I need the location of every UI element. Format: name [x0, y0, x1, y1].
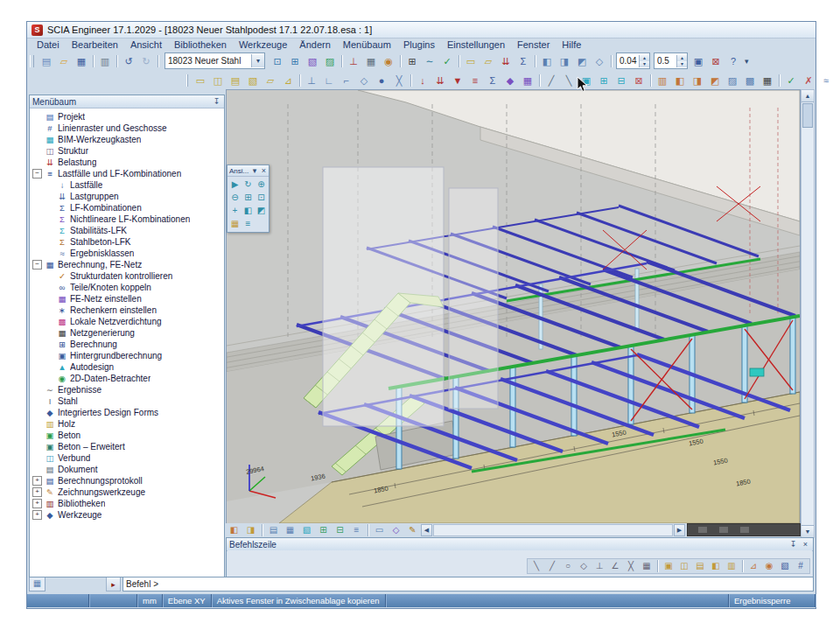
view-z-icon[interactable]: ◩: [574, 53, 590, 69]
tree-item-autodesign[interactable]: ▲Autodesign: [30, 361, 224, 373]
menu-einstellungen[interactable]: Einstellungen: [441, 39, 511, 50]
cross-link-icon[interactable]: ╳: [391, 73, 407, 88]
status-unit[interactable]: mm: [137, 594, 163, 607]
view-params-icon[interactable]: ▭: [372, 523, 387, 537]
view-palette[interactable]: Ansi... ▾ × ▶↻⊕⊖⊞⊡+◧◩▦≡: [227, 164, 270, 233]
prompt-icon[interactable]: ▸: [106, 577, 121, 592]
show-surfaces-icon[interactable]: ▤: [266, 523, 281, 537]
visibility-y-icon[interactable]: ◨: [690, 73, 705, 88]
tree-item-lokale-netzverdichtung[interactable]: ▩Lokale Netzverdichtung: [30, 316, 224, 327]
zoom-window-icon[interactable]: ⊞: [287, 53, 303, 69]
polar-track-icon[interactable]: ⊿: [746, 559, 760, 573]
snap-mode-icon[interactable]: ◉: [381, 53, 396, 69]
layer-filter-icon[interactable]: ⊟: [613, 73, 629, 88]
plane-xz-icon[interactable]: ◧: [709, 559, 723, 573]
menu-aendern[interactable]: Ändern: [293, 39, 336, 50]
tree-item-strukturdaten-kontrollieren[interactable]: ✓Strukturdaten kontrollieren: [30, 270, 224, 282]
section-cut-icon[interactable]: ╱: [543, 73, 559, 88]
clip-plane-icon[interactable]: ▦: [228, 217, 242, 230]
scrollbar-track[interactable]: [802, 129, 814, 525]
chevron-down-icon[interactable]: ▾: [251, 166, 257, 175]
mesh-tool-icon[interactable]: ▦: [520, 73, 536, 88]
render-solid-icon[interactable]: ◧: [227, 523, 242, 537]
select-icon[interactable]: ▶: [228, 178, 242, 191]
dimension-tool-icon[interactable]: ╲: [561, 73, 577, 88]
expand-toggle[interactable]: +: [32, 510, 42, 520]
toolbar-overflow-icon[interactable]: ▾: [745, 57, 749, 66]
menu-bibliotheken[interactable]: Bibliotheken: [168, 39, 233, 50]
show-volumes-icon[interactable]: ▦: [283, 523, 298, 537]
check-ok-icon[interactable]: ✓: [783, 73, 799, 88]
view-front-icon[interactable]: ◧: [242, 204, 255, 217]
sketch-plane-icon[interactable]: ▧: [778, 559, 792, 573]
tree-item-fe-netz-einstellen[interactable]: ▦FE-Netz einstellen: [30, 293, 224, 304]
toolbar-grip[interactable]: [30, 55, 34, 67]
scroll-left-icon[interactable]: ◀: [421, 524, 432, 536]
command-panel-header[interactable]: Befehlszeile ↧ ×: [227, 538, 813, 551]
snap-line-icon[interactable]: ╲: [529, 559, 543, 573]
deform-icon[interactable]: ≈: [818, 73, 834, 88]
tree-item-berechnungsprotokoll[interactable]: +▤Berechnungsprotokoll: [30, 475, 224, 486]
project-combo[interactable]: 18023 Neuer Stahl ▾: [164, 52, 265, 69]
zoom-in-icon[interactable]: ⊕: [255, 178, 268, 191]
title-bar[interactable]: S SCIA Engineer 17.1.2029 - [18023 Neuer…: [27, 22, 816, 38]
expand-toggle[interactable]: +: [32, 476, 42, 486]
show-loads-icon[interactable]: ▧: [299, 523, 314, 537]
tree-item-lastfaelle-und-lf-kombinationen[interactable]: −≡Lastfälle und LF-Kombinationen: [30, 168, 224, 179]
shrink-view-icon[interactable]: ▨: [724, 73, 740, 88]
render-wire-icon[interactable]: ◨: [243, 523, 258, 537]
load-icon[interactable]: ⇊: [498, 53, 514, 69]
vertical-scrollbar[interactable]: ▲ ▼: [801, 89, 815, 538]
show-numbers-icon[interactable]: ⊟: [332, 523, 347, 537]
tree-item-stahl[interactable]: IStahl: [30, 396, 224, 407]
command-input[interactable]: [122, 577, 814, 592]
undo-icon[interactable]: ↺: [121, 53, 136, 69]
tree-item-stahlbeton-lfk[interactable]: ΣStahlbeton-LFK: [30, 236, 224, 248]
tree-item-beton-erweitert[interactable]: ▣Beton – Erweitert: [30, 441, 224, 452]
tree-item-belastung[interactable]: ⇊Belastung: [30, 157, 224, 168]
tree-item-lastfaelle[interactable]: ↓Lastfälle: [30, 179, 224, 191]
scroll-down-icon[interactable]: ▼: [802, 525, 814, 537]
hinge-icon[interactable]: ◇: [356, 73, 372, 88]
wall-tool-icon[interactable]: ▧: [245, 73, 261, 88]
line-load-icon[interactable]: ⇊: [432, 73, 448, 88]
perspective-toggle-icon[interactable]: ◇: [388, 523, 403, 537]
surface-load-icon[interactable]: ▼: [450, 73, 466, 88]
tree-item-projekt[interactable]: ▤Projekt: [30, 111, 224, 122]
show-labels-icon[interactable]: ⊞: [316, 523, 331, 537]
coord-system-icon[interactable]: ⊥: [346, 53, 361, 69]
check-structure-icon[interactable]: ✓: [439, 53, 455, 69]
sidebar-header[interactable]: Menübaum ↧: [30, 95, 224, 108]
tree-item-lf-kombinationen[interactable]: ΣLF-Kombinationen: [30, 202, 224, 214]
snap-grid-icon[interactable]: ▦: [640, 559, 654, 573]
zoom-all-icon[interactable]: ⊡: [270, 53, 285, 69]
tree-item-ergebnisklassen[interactable]: ≈Ergebnisklassen: [30, 248, 224, 259]
menu-menuebaum[interactable]: Menübaum: [337, 39, 397, 50]
snap-ortho-icon[interactable]: ╱: [545, 559, 559, 573]
expand-toggle[interactable]: −: [32, 169, 42, 178]
view-y-icon[interactable]: ◨: [556, 53, 572, 69]
zoom-all-icon[interactable]: ⊡: [255, 191, 268, 204]
viewport-3d[interactable]: 29964193618501550155015501850: [226, 89, 801, 524]
close-icon[interactable]: ×: [261, 166, 267, 175]
support-fixed-icon[interactable]: ⊥: [304, 73, 319, 88]
tree-item-berechnung-fe-netz[interactable]: −▦Berechnung, FE-Netz: [30, 259, 224, 270]
snap-midpoint-icon[interactable]: ◇: [577, 559, 591, 573]
layers-icon[interactable]: ▧: [304, 53, 320, 69]
beam-tool-icon[interactable]: ▭: [192, 73, 208, 88]
tree-item-struktur[interactable]: ◫Struktur: [30, 145, 224, 157]
pin-icon[interactable]: ↧: [788, 540, 798, 549]
status-right[interactable]: Ergebnissperre: [729, 594, 816, 607]
support-hinged-icon[interactable]: ∟: [321, 73, 337, 88]
pan-icon[interactable]: +: [228, 204, 242, 217]
redo-icon[interactable]: ↻: [138, 53, 154, 69]
tree-item-werkzeuge[interactable]: +◆Werkzeuge: [30, 509, 224, 521]
combination-icon[interactable]: Σ: [515, 53, 531, 69]
menu-fenster[interactable]: Fenster: [511, 39, 556, 50]
snap-angle-icon[interactable]: ∠: [608, 559, 622, 573]
tree-item-beton[interactable]: ▣Beton: [30, 430, 224, 441]
close-icon[interactable]: ×: [801, 540, 810, 549]
point-load-icon[interactable]: ↓: [415, 73, 430, 88]
combo-dropdown-icon[interactable]: ▾: [251, 54, 264, 67]
support-roller-icon[interactable]: ⌐: [339, 73, 354, 88]
